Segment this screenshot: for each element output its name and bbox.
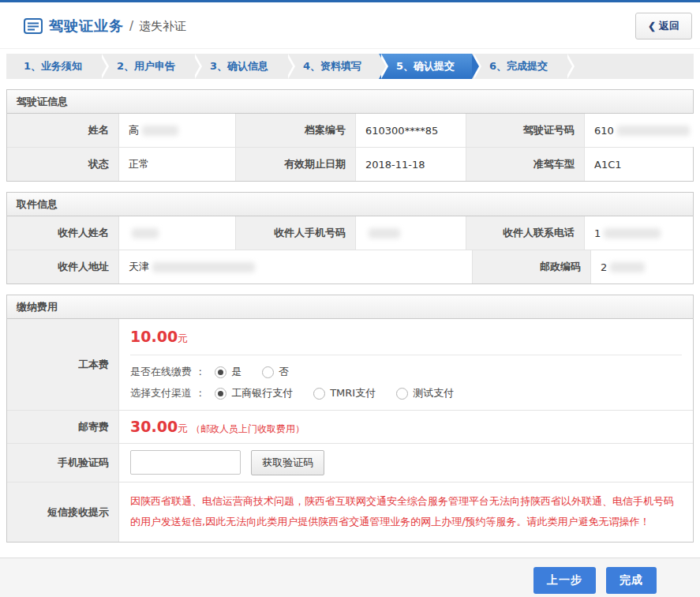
step-3-confirm-info[interactable]: 3、确认信息: [193, 54, 286, 79]
step-2-user-declaration[interactable]: 2、用户申告: [99, 54, 193, 79]
file-number-value: 610300****85: [356, 114, 466, 147]
postage-fee-content: 30.00元（邮政人员上门收取费用）: [119, 411, 693, 443]
expiry-date-value: 2018-11-18: [356, 148, 466, 181]
step-5-confirm-submit[interactable]: 5、确认提交: [379, 54, 472, 79]
radio-unselected-icon[interactable]: [262, 366, 274, 378]
sms-code-label: 手机验证码: [7, 444, 119, 482]
redacted-blur: [132, 228, 159, 238]
footer-action-bar: 上一步 完成: [0, 558, 700, 597]
vehicle-class-label: 准驾车型: [466, 148, 585, 181]
sms-code-row: 手机验证码 获取验证码: [7, 443, 693, 482]
online-payment-label: 是否在线缴费 ：: [130, 365, 205, 379]
page-title: 驾驶证业务: [49, 17, 124, 36]
base-fee-label: 工本费: [7, 319, 119, 410]
payment-section-title: 缴纳费用: [7, 295, 693, 319]
channel-option-tmri[interactable]: TMRI支付: [313, 386, 376, 400]
sms-code-content: 获取验证码: [119, 444, 693, 482]
sms-notice-row: 短信接收提示 因陕西省联通、电信运营商技术问题，陕西省互联网交通安全综合服务管理…: [7, 482, 693, 542]
recipient-address-value: 天津: [119, 250, 473, 283]
pickup-info-section-title: 取件信息: [7, 193, 693, 216]
redacted-blur: [610, 262, 645, 272]
payment-channel-label: 选择支付渠道 ：: [130, 386, 205, 400]
table-row: 状态 正常 有效期止日期 2018-11-18 准驾车型 A1C1: [7, 147, 693, 181]
radio-selected-icon[interactable]: [215, 366, 226, 378]
base-fee-content: 10.00元 是否在线缴费 ： 是 否 选择支付渠道 ： 工商银行支付: [119, 319, 693, 410]
table-row: 收件人姓名 收件人手机号码 收件人联系电话 1: [7, 216, 693, 250]
previous-step-button[interactable]: 上一步: [533, 567, 596, 594]
sms-notice-label: 短信接收提示: [7, 482, 119, 542]
base-fee-row: 工本费 10.00元 是否在线缴费 ： 是 否 选择支付渠道 ：: [7, 319, 693, 410]
recipient-phone-label: 收件人联系电话: [466, 216, 585, 250]
base-fee-amount-line: 10.00元: [130, 328, 682, 346]
postage-fee-unit: 元: [178, 422, 188, 434]
license-info-section-title: 驾驶证信息: [7, 90, 693, 114]
file-number-label: 档案编号: [236, 114, 356, 147]
recipient-name-value: [119, 216, 236, 250]
redacted-blur: [142, 126, 178, 136]
back-button[interactable]: ❮ 返回: [635, 13, 692, 39]
breadcrumb-separator: /: [129, 19, 133, 33]
divider: [130, 355, 682, 355]
status-value: 正常: [119, 148, 236, 181]
radio-selected-icon[interactable]: [215, 388, 226, 400]
breadcrumb: 驾驶证业务 / 遗失补证: [24, 17, 186, 36]
postal-code-value: 2: [591, 250, 693, 283]
postage-fee-note: （邮政人员上门收取费用）: [191, 423, 305, 434]
vehicle-class-value: A1C1: [585, 148, 693, 181]
page-header: 驾驶证业务 / 遗失补证 ❮ 返回: [0, 2, 700, 49]
recipient-name-label: 收件人姓名: [7, 216, 119, 250]
base-fee-amount: 10.00: [130, 328, 178, 345]
postage-fee-amount: 30.00: [130, 418, 178, 435]
license-list-icon: [24, 18, 43, 34]
channel-option-icbc[interactable]: 工商银行支付: [215, 386, 293, 400]
license-info-section: 驾驶证信息 姓名 高 档案编号 610300****85 驾驶证号码 610 状…: [6, 89, 694, 182]
payment-section: 缴纳费用 工本费 10.00元 是否在线缴费 ： 是 否 选择支付渠道 ：: [6, 295, 694, 543]
base-fee-unit: 元: [178, 332, 188, 344]
postage-fee-row: 邮寄费 30.00元（邮政人员上门收取费用）: [7, 410, 693, 443]
recipient-address-label: 收件人地址: [7, 250, 119, 283]
pickup-info-section: 取件信息 收件人姓名 收件人手机号码 收件人联系电话 1 收件人地址 天津 邮政…: [6, 192, 694, 284]
recipient-mobile-value: [356, 216, 466, 250]
name-label: 姓名: [7, 114, 119, 147]
table-row: 收件人地址 天津 邮政编码 2: [7, 250, 693, 283]
redacted-blur: [152, 262, 255, 272]
sms-notice-text: 因陕西省联通、电信运营商技术问题，陕西省互联网交通安全综合服务管理平台无法向持陕…: [130, 491, 682, 532]
redacted-blur: [617, 126, 690, 136]
online-option-yes[interactable]: 是: [215, 365, 241, 379]
sms-notice-content: 因陕西省联通、电信运营商技术问题，陕西省互联网交通安全综合服务管理平台无法向持陕…: [119, 482, 693, 542]
license-number-value: 610: [585, 114, 694, 147]
step-6-complete-submit[interactable]: 6、完成提交: [472, 54, 565, 79]
radio-unselected-icon[interactable]: [396, 388, 408, 400]
back-chevron-icon: ❮: [648, 21, 656, 32]
recipient-phone-value: 1: [585, 216, 693, 250]
redacted-blur: [604, 228, 661, 238]
table-row: 姓名 高 档案编号 610300****85 驾驶证号码 610: [7, 114, 693, 147]
radio-unselected-icon[interactable]: [313, 388, 325, 400]
page-subtitle: 遗失补证: [139, 19, 186, 34]
sms-code-input[interactable]: [130, 450, 241, 475]
online-payment-choice: 是否在线缴费 ： 是 否: [130, 365, 682, 379]
back-button-label: 返回: [659, 19, 679, 33]
status-label: 状态: [7, 148, 119, 181]
postage-fee-label: 邮寄费: [7, 411, 119, 443]
license-number-label: 驾驶证号码: [466, 114, 585, 147]
finish-button[interactable]: 完成: [606, 567, 657, 594]
get-code-button[interactable]: 获取验证码: [251, 450, 324, 475]
step-progress-bar: 1、业务须知 2、用户申告 3、确认信息 4、资料填写 5、确认提交 6、完成提…: [6, 54, 694, 79]
step-4-fill-materials[interactable]: 4、资料填写: [286, 54, 379, 79]
recipient-mobile-label: 收件人手机号码: [236, 216, 356, 250]
channel-option-test[interactable]: 测试支付: [396, 386, 454, 400]
name-value: 高: [119, 114, 236, 147]
expiry-date-label: 有效期止日期: [236, 148, 356, 181]
postal-code-label: 邮政编码: [473, 250, 591, 283]
step-1-business-notice[interactable]: 1、业务须知: [6, 54, 99, 79]
redacted-blur: [369, 228, 400, 238]
payment-channel-choice: 选择支付渠道 ： 工商银行支付 TMRI支付 测试支付: [130, 386, 682, 400]
online-option-no[interactable]: 否: [262, 365, 289, 379]
